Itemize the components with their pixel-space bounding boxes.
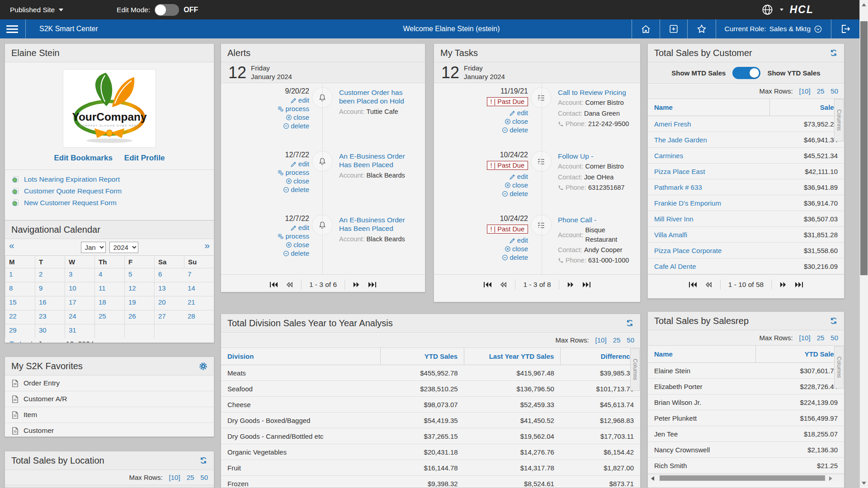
delete-link[interactable]: delete: [283, 186, 309, 193]
calendar-day-link[interactable]: 6: [158, 270, 162, 278]
edit-bookmarks-link[interactable]: Edit Bookmarks: [54, 154, 112, 163]
edit-profile-link[interactable]: Edit Profile: [124, 154, 165, 163]
calendar-day-link[interactable]: 7: [188, 270, 191, 278]
max-rows-option[interactable]: [10]: [799, 87, 811, 95]
delete-link[interactable]: delete: [283, 249, 309, 257]
column-header-difference[interactable]: Difference: [561, 348, 640, 365]
calendar-day-link[interactable]: 24: [69, 312, 76, 320]
max-rows-option[interactable]: 25: [613, 336, 621, 344]
mtd-ytd-toggle[interactable]: [732, 67, 760, 79]
first-page-button[interactable]: [484, 282, 492, 288]
columns-tab[interactable]: Columns: [834, 99, 844, 141]
column-header-ytd-sales[interactable]: YTD Sales: [380, 348, 464, 365]
column-header-name[interactable]: Name: [648, 99, 769, 116]
previous-page-button[interactable]: [286, 282, 293, 288]
calendar-day-link[interactable]: 5: [128, 270, 132, 278]
close-link[interactable]: close: [286, 177, 309, 185]
customer-link[interactable]: Pizza Place East: [654, 168, 705, 175]
vertical-scrollbar[interactable]: [859, 0, 868, 488]
scrollbar-thumb[interactable]: [860, 21, 868, 275]
favorite-item[interactable]: Order Entry: [5, 375, 214, 391]
month-select[interactable]: Jan: [81, 242, 106, 253]
refresh-icon[interactable]: [830, 317, 838, 325]
alert-title-link[interactable]: An E-Business Order Has Been Placed: [339, 216, 419, 233]
refresh-icon[interactable]: [199, 456, 208, 465]
calendar-day-link[interactable]: 11: [99, 284, 106, 292]
customer-link[interactable]: Pizza Place Corporate: [654, 247, 722, 254]
calendar-day-link[interactable]: 19: [128, 298, 136, 306]
process-link[interactable]: process: [277, 105, 309, 113]
delete-link[interactable]: delete: [283, 122, 309, 130]
menu-icon[interactable]: [6, 23, 18, 35]
home-button[interactable]: [632, 19, 660, 38]
calendar-day-link[interactable]: 2: [39, 270, 42, 278]
calendar-day-link[interactable]: 20: [158, 298, 166, 306]
customer-link[interactable]: Carmines: [654, 152, 683, 160]
scrollbar-thumb[interactable]: [660, 475, 825, 481]
max-rows-option[interactable]: [10]: [799, 334, 811, 342]
process-link[interactable]: process: [277, 232, 309, 240]
column-header-last-year[interactable]: Last Year YTD Sales: [464, 348, 561, 365]
globe-icon[interactable]: [761, 4, 774, 16]
delete-link[interactable]: delete: [502, 253, 528, 261]
column-header-name[interactable]: Name: [648, 346, 756, 363]
calendar-day-link[interactable]: 16: [39, 298, 47, 306]
calendar-day-link[interactable]: 1: [9, 270, 13, 278]
next-page-button[interactable]: [567, 282, 575, 288]
calendar-day-link[interactable]: 18: [99, 298, 106, 306]
column-header-ytd-sales[interactable]: YTD Sales: [756, 346, 844, 363]
edit-link[interactable]: edit: [291, 224, 309, 231]
next-page-button[interactable]: [353, 282, 360, 288]
max-rows-option[interactable]: 50: [830, 87, 838, 95]
bookmark-link[interactable]: New Customer Request Form: [24, 199, 117, 207]
calendar-day-link[interactable]: 26: [128, 312, 136, 320]
current-role-dropdown[interactable]: Current Role: Sales & Mktg: [716, 19, 831, 38]
calendar-day-link[interactable]: 29: [9, 326, 17, 334]
calendar-day-link[interactable]: 21: [188, 298, 195, 306]
max-rows-option[interactable]: 50: [627, 336, 634, 344]
edit-link[interactable]: edit: [509, 173, 528, 180]
edit-link[interactable]: edit: [509, 236, 528, 244]
calendar-day-link[interactable]: 15: [9, 298, 17, 306]
alert-title-link[interactable]: An E-Business Order Has Been Placed: [339, 152, 419, 169]
process-link[interactable]: process: [277, 169, 309, 176]
previous-page-button[interactable]: [500, 282, 507, 288]
horizontal-scrollbar[interactable]: [648, 474, 844, 482]
calendar-day-link[interactable]: 4: [99, 270, 102, 278]
customer-link[interactable]: Frankie D's Emporium: [654, 199, 721, 207]
previous-page-button[interactable]: [705, 282, 712, 288]
today-link[interactable]: Today: [9, 341, 29, 343]
bookmark-link[interactable]: Customer Quote Request Form: [24, 187, 122, 195]
scroll-right-icon[interactable]: [829, 476, 832, 481]
columns-tab[interactable]: Columns: [630, 348, 640, 391]
published-site-dropdown[interactable]: Published Site: [10, 6, 63, 14]
calendar-day-link[interactable]: 23: [39, 312, 47, 320]
calendar-day-link[interactable]: 9: [39, 284, 42, 292]
max-rows-option[interactable]: 50: [830, 334, 838, 342]
sign-out-button[interactable]: [831, 19, 859, 38]
scroll-down-icon[interactable]: [862, 482, 866, 485]
task-title-link[interactable]: Phone Call -: [558, 216, 634, 224]
close-link[interactable]: close: [505, 117, 528, 125]
first-page-button[interactable]: [689, 282, 697, 288]
last-page-button[interactable]: [368, 282, 376, 288]
max-rows-option[interactable]: 50: [200, 474, 208, 481]
close-link[interactable]: close: [505, 245, 528, 253]
first-page-button[interactable]: [270, 282, 278, 288]
edit-link[interactable]: edit: [509, 109, 528, 117]
favorites-button[interactable]: [687, 19, 716, 38]
close-link[interactable]: close: [505, 181, 528, 189]
calendar-day-link[interactable]: 8: [9, 284, 13, 292]
max-rows-option[interactable]: 25: [187, 474, 194, 481]
calendar-day-link[interactable]: 27: [158, 312, 166, 320]
scroll-up-icon[interactable]: [862, 3, 866, 6]
calendar-day-link[interactable]: 17: [69, 298, 76, 306]
max-rows-option[interactable]: [10]: [169, 474, 180, 481]
language-chevron-icon[interactable]: [780, 9, 783, 11]
customer-link[interactable]: Cafe Al Dente: [654, 263, 696, 270]
refresh-icon[interactable]: [626, 319, 634, 327]
add-widget-button[interactable]: [660, 19, 687, 38]
favorite-item[interactable]: Customer A/R: [5, 391, 214, 407]
columns-tab[interactable]: Columns: [834, 346, 844, 389]
max-rows-option[interactable]: [10]: [595, 336, 607, 344]
